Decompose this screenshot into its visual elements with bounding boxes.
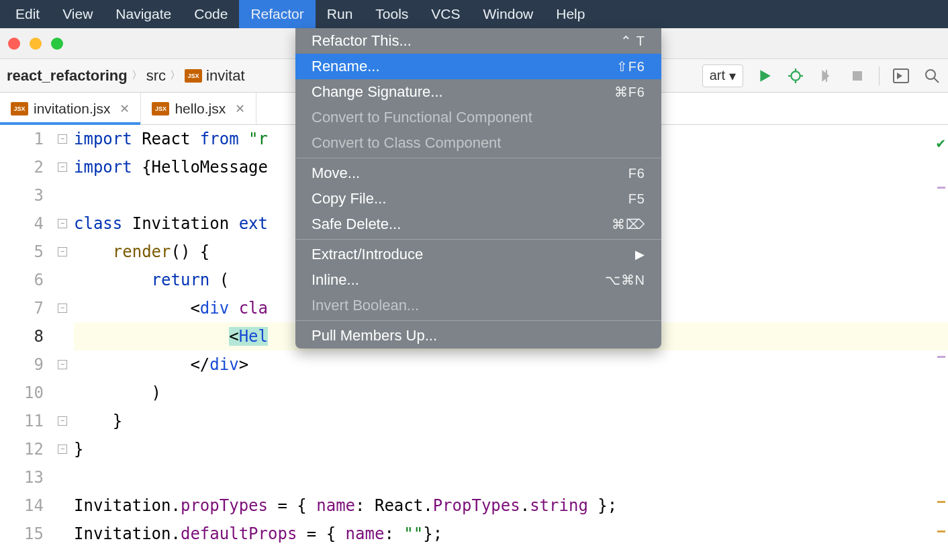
code-line[interactable]: } [74, 407, 948, 435]
code-token: Hel [239, 327, 268, 346]
menu-window[interactable]: Window [472, 0, 545, 28]
line-number[interactable]: 13 [0, 463, 44, 492]
code-token: Invitation. [74, 524, 181, 543]
checkmark-icon: ✔ [937, 129, 945, 157]
run-anything-button[interactable] [892, 66, 910, 85]
line-number[interactable]: 15 [0, 520, 44, 548]
fold-toggle[interactable]: − [58, 247, 67, 256]
line-number[interactable]: 7 [0, 294, 44, 322]
menu-view[interactable]: View [51, 0, 104, 28]
svg-rect-5 [853, 71, 862, 81]
menu-separator [295, 320, 661, 321]
line-number[interactable]: 10 [0, 379, 44, 407]
line-number[interactable]: 4 [0, 209, 44, 238]
menu-vcs[interactable]: VCS [420, 0, 471, 28]
menu-item-shortcut: ⌃ T [620, 33, 645, 49]
code-line[interactable]: Invitation.propTypes = { name: React.Pro… [74, 492, 948, 520]
close-icon[interactable]: ✕ [235, 101, 245, 116]
code-line[interactable]: } [74, 435, 948, 463]
menu-item-label: Rename... [312, 58, 380, 75]
run-button[interactable] [755, 66, 774, 85]
menu-item-convert-to-class-component: Convert to Class Component [295, 130, 661, 156]
code-token [74, 242, 113, 261]
line-number[interactable]: 2 [0, 153, 44, 181]
line-number[interactable]: 6 [0, 266, 44, 294]
close-icon[interactable]: ✕ [120, 101, 130, 116]
line-number[interactable]: 1 [0, 125, 44, 153]
fold-toggle[interactable]: − [58, 445, 67, 454]
menu-item-refactor-this[interactable]: Refactor This...⌃ T [295, 28, 661, 54]
line-number[interactable]: 14 [0, 492, 44, 520]
fold-toggle[interactable]: − [58, 304, 67, 313]
line-number[interactable]: 11 [0, 407, 44, 435]
menu-tools[interactable]: Tools [364, 0, 420, 28]
menu-item-label: Pull Members Up... [312, 327, 437, 344]
run-configuration-selector[interactable]: art ▾ [702, 64, 743, 87]
code-token: Invitation [132, 214, 239, 233]
fold-toggle[interactable]: − [58, 360, 67, 369]
menu-item-inline[interactable]: Inline...⌥⌘N [295, 267, 661, 293]
menu-item-copy-file[interactable]: Copy File...F5 [295, 186, 661, 212]
menu-code[interactable]: Code [183, 0, 239, 28]
code-token: cla [239, 299, 268, 318]
code-token: ext [239, 214, 268, 233]
code-line[interactable]: ) [74, 379, 948, 407]
menu-run[interactable]: Run [316, 0, 365, 28]
stop-button[interactable] [848, 66, 867, 85]
code-token: from [200, 130, 248, 148]
inspection-marker[interactable] [937, 501, 945, 503]
window-close-button[interactable] [8, 38, 20, 50]
line-number[interactable]: 3 [0, 181, 44, 209]
fold-toggle[interactable]: − [58, 134, 67, 144]
line-number[interactable]: 12 [0, 435, 44, 463]
line-number[interactable]: 8 [0, 322, 44, 351]
inspection-marker[interactable] [937, 530, 945, 532]
menu-item-move[interactable]: Move...F6 [295, 160, 661, 186]
breadcrumb-folder[interactable]: src [146, 67, 166, 85]
fold-toggle[interactable]: − [58, 416, 67, 426]
menu-edit[interactable]: Edit [4, 0, 51, 28]
run-config-label: art [710, 68, 725, 83]
chevron-right-icon: 〉 [132, 68, 142, 83]
code-line[interactable]: Invitation.defaultProps = { name: ""}; [74, 520, 948, 548]
menu-item-shortcut: F5 [628, 191, 645, 207]
debug-button[interactable] [786, 66, 805, 85]
menu-item-rename[interactable]: Rename...⇧F6 [295, 54, 661, 79]
inspection-marker[interactable] [937, 356, 945, 358]
menu-help[interactable]: Help [544, 0, 596, 28]
inspection-marker[interactable] [937, 187, 945, 189]
breadcrumb-file[interactable]: JSX invitat [185, 67, 244, 85]
menu-item-change-signature[interactable]: Change Signature...⌘F6 [295, 79, 661, 105]
code-token: = { [268, 496, 316, 515]
menu-item-pull-members-up[interactable]: Pull Members Up... [295, 323, 661, 348]
menu-item-safe-delete[interactable]: Safe Delete...⌘⌦ [295, 212, 661, 237]
run-with-coverage-button[interactable] [817, 66, 836, 85]
code-token: Invitation. [74, 496, 181, 515]
line-number[interactable]: 9 [0, 351, 44, 379]
fold-toggle[interactable]: − [58, 162, 67, 172]
menu-item-shortcut: F6 [628, 166, 645, 181]
code-line[interactable]: </div> [74, 351, 948, 379]
code-token: } [74, 412, 122, 430]
code-token: }; [423, 524, 442, 543]
line-number-gutter: 12345I6789101112131415 [0, 125, 58, 560]
menu-item-label: Extract/Introduce [312, 246, 423, 263]
search-everywhere-button[interactable] [922, 66, 941, 85]
menu-item-extract-introduce[interactable]: Extract/Introduce▶ [295, 242, 661, 267]
chevron-right-icon: 〉 [170, 68, 181, 83]
code-token: {HelloMessage [142, 158, 268, 177]
window-minimize-button[interactable] [30, 38, 42, 50]
menu-refactor[interactable]: Refactor [239, 0, 315, 28]
menu-item-label: Convert to Class Component [312, 134, 501, 152]
window-maximize-button[interactable] [51, 38, 63, 50]
code-line[interactable] [74, 463, 948, 492]
tab-hello-jsx[interactable]: JSX hello.jsx ✕ [141, 93, 256, 124]
breadcrumb: react_refactoring 〉 src 〉 JSX invitat [7, 67, 245, 85]
error-stripe[interactable]: ✔ [936, 125, 948, 560]
code-token: import [74, 130, 142, 148]
fold-toggle[interactable]: − [58, 219, 67, 228]
menu-navigate[interactable]: Navigate [104, 0, 183, 28]
tab-invitation-jsx[interactable]: JSX invitation.jsx ✕ [0, 93, 141, 124]
line-number[interactable]: 5I [0, 238, 44, 266]
breadcrumb-project[interactable]: react_refactoring [7, 67, 128, 85]
